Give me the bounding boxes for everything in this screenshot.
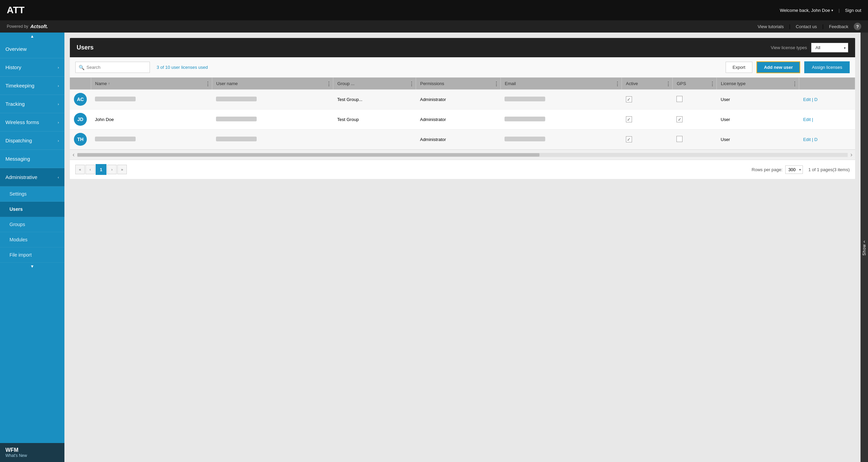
chevron-right-icon: › [58, 84, 59, 88]
actions-cell: Edit | [799, 109, 855, 129]
avatar: JD [74, 113, 87, 126]
rows-per-page-select[interactable]: 25 50 100 300 [785, 165, 803, 174]
feedback-link[interactable]: Feedback [829, 24, 848, 29]
username-cell [212, 89, 333, 109]
gps-checkbox[interactable] [676, 136, 683, 142]
next-page-button[interactable]: › [107, 165, 117, 174]
sidebar-item-history[interactable]: History › [0, 58, 64, 77]
group-cell: Test Group... [333, 89, 416, 109]
edit-link[interactable]: Edit | D [803, 97, 817, 102]
whats-new-link[interactable]: What's New [5, 453, 59, 458]
permissions-cell: Administrator [416, 89, 501, 109]
contact-us-link[interactable]: Contact us [796, 24, 817, 29]
name-cell: John Doe [91, 109, 212, 129]
active-cell [622, 89, 673, 109]
sort-icon[interactable]: ↑ [108, 82, 110, 85]
sidebar-sub-item-file-import[interactable]: File import [0, 247, 64, 263]
column-menu-icon[interactable]: ⋮ [326, 80, 332, 87]
sidebar-item-overview[interactable]: Overview [0, 40, 64, 58]
assign-licenses-button[interactable]: Assign licenses [804, 61, 850, 73]
sidebar-item-timekeeping[interactable]: Timekeeping › [0, 77, 64, 95]
sidebar-item-tracking[interactable]: Tracking › [0, 95, 64, 113]
prev-page-button[interactable]: ‹ [85, 165, 95, 174]
scroll-right-icon[interactable]: › [848, 151, 855, 158]
sidebar-item-wireless-forms[interactable]: Wireless forms › [0, 113, 64, 132]
column-menu-icon[interactable]: ⋮ [205, 80, 211, 87]
search-icon: 🔍 [79, 65, 84, 70]
first-page-button[interactable]: « [75, 165, 85, 174]
sidebar-sub-item-settings[interactable]: Settings [0, 186, 64, 202]
active-checkbox[interactable] [626, 136, 632, 142]
col-license-type: License type ⋮ [717, 78, 799, 89]
sidebar-sub-item-groups[interactable]: Groups [0, 217, 64, 232]
column-menu-icon[interactable]: ⋮ [710, 80, 715, 87]
column-menu-icon[interactable]: ⋮ [792, 80, 797, 87]
avatar-cell: AC [70, 89, 91, 109]
license-info: 3 of 10 user licenses used [157, 65, 722, 70]
sidebar-sub-item-users[interactable]: Users [0, 202, 64, 217]
export-button[interactable]: Export [726, 62, 753, 73]
sidebar: ▲ Overview History › Timekeeping › Track… [0, 33, 64, 462]
sidebar-item-messaging[interactable]: Messaging [0, 150, 64, 168]
gps-checkbox[interactable] [676, 96, 683, 102]
sidebar-scroll-down[interactable]: ▼ [0, 263, 64, 270]
current-page-button[interactable]: 1 [96, 164, 106, 175]
col-active: Active ⋮ [622, 78, 673, 89]
avatar-cell: JD [70, 109, 91, 129]
gps-checkbox[interactable] [676, 116, 683, 122]
username-cell [212, 109, 333, 129]
page-info: 1 of 1 pages(3 items) [808, 167, 850, 172]
users-table: Name ↑ ⋮ User name ⋮ [70, 78, 855, 149]
side-panel[interactable]: ‹ Show [861, 33, 868, 462]
last-page-button[interactable]: » [117, 165, 127, 174]
chevron-right-icon: › [58, 120, 59, 124]
horizontal-scrollbar[interactable] [77, 153, 848, 157]
add-new-user-button[interactable]: Add new user [756, 61, 800, 73]
sidebar-item-label: History [5, 64, 21, 70]
sidebar-item-dispatching[interactable]: Dispatching › [0, 132, 64, 150]
scroll-left-icon[interactable]: ‹ [70, 151, 77, 158]
column-menu-icon[interactable]: ⋮ [494, 80, 499, 87]
column-menu-icon[interactable]: ⋮ [409, 80, 414, 87]
blurred-username [216, 97, 257, 101]
user-welcome[interactable]: Welcome back, John Doe ▾ [780, 8, 833, 13]
license-type-select[interactable]: All User Admin [811, 43, 848, 53]
col-name: Name ↑ ⋮ [91, 78, 212, 89]
col-permissions: Permissions ⋮ [416, 78, 501, 89]
chevron-right-icon: › [58, 65, 59, 69]
view-license-types[interactable]: View license types [771, 45, 807, 50]
active-checkbox[interactable] [626, 96, 632, 102]
sidebar-sub-item-modules[interactable]: Modules [0, 232, 64, 247]
license-type-cell: User [717, 109, 799, 129]
group-cell [333, 129, 416, 149]
side-panel-arrow-icon: ‹ [864, 239, 865, 244]
column-menu-icon[interactable]: ⋮ [666, 80, 671, 87]
sign-out-link[interactable]: Sign out [845, 8, 861, 13]
edit-link[interactable]: Edit | [803, 117, 813, 122]
search-input[interactable] [75, 62, 150, 73]
sidebar-item-administrative[interactable]: Administrative ‹ [0, 168, 64, 186]
actsoft-brand: Actsoft. [30, 24, 48, 29]
sidebar-item-label: Tracking [5, 101, 25, 107]
column-menu-icon[interactable]: ⋮ [615, 80, 620, 87]
edit-link[interactable]: Edit | D [803, 137, 817, 142]
license-type-cell: User [717, 129, 799, 149]
sidebar-item-label: Timekeeping [5, 83, 34, 88]
avatar-cell: TH [70, 129, 91, 149]
side-panel-label: Show [862, 244, 867, 256]
chevron-right-icon: › [58, 102, 59, 106]
app-logo: ATT [7, 5, 24, 16]
sidebar-bottom: WFM What's New [0, 443, 64, 462]
help-button[interactable]: ? [854, 23, 861, 30]
active-cell [622, 109, 673, 129]
user-menu-chevron[interactable]: ▾ [831, 8, 833, 12]
blurred-name [95, 97, 136, 101]
actions-cell: Edit | D [799, 129, 855, 149]
blurred-username [216, 117, 257, 121]
sidebar-item-label: Wireless forms [5, 119, 39, 125]
sidebar-scroll-up[interactable]: ▲ [0, 33, 64, 40]
rows-per-page-label: Rows per page: [752, 167, 783, 172]
col-group: Group ... ⋮ [333, 78, 416, 89]
active-checkbox[interactable] [626, 116, 632, 122]
view-tutorials-link[interactable]: View tutorials [757, 24, 784, 29]
